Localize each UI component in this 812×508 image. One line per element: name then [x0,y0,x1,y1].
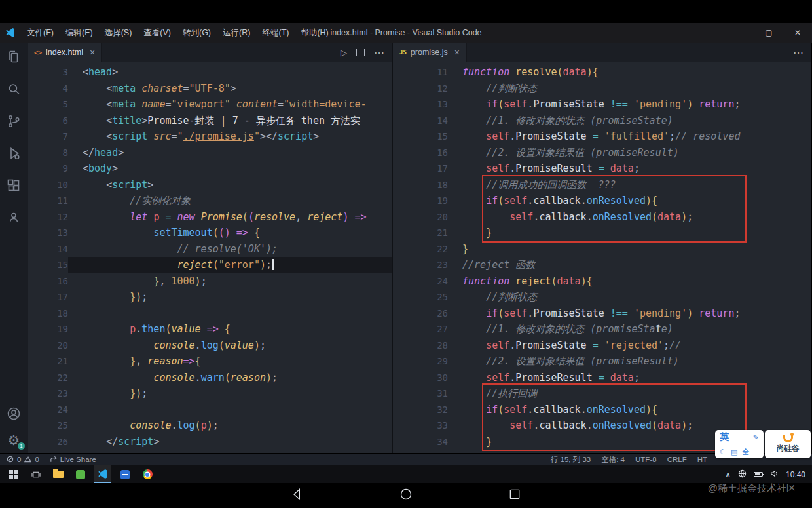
ime-toolbar[interactable]: 英 ✎ ☾ ▤ 全 [715,430,764,458]
code-line[interactable]: 12 //判断状态 [393,81,811,97]
menu-selection[interactable]: 选择(S) [99,23,138,43]
code-line[interactable]: 16 //2. 设置对象结果值 (promiseResult) [393,145,811,161]
ime-pen-icon[interactable]: ✎ [753,433,759,442]
code-line[interactable]: 27 //1. 修改对象的状态 (promiseState) [393,321,811,338]
code-line[interactable]: 19 p.then(value => { [28,321,392,338]
source-control-icon[interactable] [6,113,22,129]
indentation[interactable]: 空格: 4 [601,455,625,465]
code-line[interactable]: 10 <script> [28,177,392,193]
more-actions-button[interactable]: ⋯ [374,47,384,59]
task-view-button[interactable] [28,465,45,483]
taskbar-icon-app-green[interactable] [72,465,89,483]
settings-gear-icon[interactable]: ⚙ 1 [6,432,22,448]
ime-fullwidth-toggle[interactable]: 全 [742,447,749,457]
menu-help[interactable]: 帮助(H) [295,23,334,43]
taskbar-icon-vscode[interactable] [94,465,111,483]
start-button[interactable] [5,465,22,483]
tray-expand-chevron-icon[interactable]: ∧ [725,470,731,479]
ime-keyboard-icon[interactable]: ▤ [731,448,737,456]
tab-promise-js[interactable]: JS promise.js × [393,43,467,62]
code-line[interactable]: 14 // resolve('OK'); [28,241,392,258]
menu-view[interactable]: 查看(V) [138,23,177,43]
battery-icon[interactable] [754,472,763,477]
ime-language-mode[interactable]: 英 [720,431,729,443]
code-line[interactable]: 22} [393,241,811,258]
menu-go[interactable]: 转到(G) [177,23,217,43]
menu-terminal[interactable]: 终端(T) [256,23,295,43]
code-line[interactable]: 24function reject(data){ [393,273,811,290]
code-line[interactable]: 17 self.PromiseResult = data; [393,161,811,177]
menu-run[interactable]: 运行(R) [217,23,256,43]
split-editor-button[interactable] [356,49,365,56]
code-line[interactable]: 13 setTimeout(() => { [28,225,392,241]
volume-icon[interactable] [770,469,779,480]
code-line[interactable]: 17 }); [28,289,392,305]
code-line[interactable]: 15 self.PromiseState = 'fulfilled';// re… [393,128,811,145]
code-line[interactable]: 6 <title>Promise-封装 | 7 - 异步任务 then 方法实 [28,113,392,129]
home-button[interactable] [399,488,413,503]
code-line[interactable]: 32 if(self.callback.onResolved){ [393,402,811,418]
account-icon[interactable] [6,406,22,421]
code-line[interactable]: 18 //调用成功的回调函数 ??? [393,177,811,193]
code-line[interactable]: 12 let p = new Promise((resolve, reject)… [28,209,392,225]
code-line[interactable]: 30 self.PromiseResult = data; [393,370,811,386]
code-line[interactable]: 31 //执行回调 [393,385,811,402]
close-button[interactable]: ✕ [783,23,812,43]
network-icon[interactable] [738,469,747,480]
code-line[interactable]: 26 </script> [28,434,392,450]
code-line[interactable]: 29 //2. 设置对象结果值 (promiseResult) [393,353,811,370]
minimize-button[interactable]: ─ [726,23,754,43]
code-line[interactable]: 21 }, reason=>{ [28,353,392,370]
code-line[interactable]: 16 }, 1000); [28,273,392,290]
code-line[interactable]: 20 console.log(value); [28,338,392,354]
menu-file[interactable]: 文件(F) [21,23,60,43]
cursor-position[interactable]: 行 15, 列 33 [551,455,591,465]
code-line[interactable]: 19 if(self.callback.onResolved){ [393,193,811,209]
run-debug-icon[interactable] [6,146,22,161]
code-line[interactable]: 15 reject("error"); [28,257,392,273]
taskbar-icon-chrome[interactable] [139,465,156,483]
problems-indicator[interactable]: 0 0 [7,456,39,464]
eol-sequence[interactable]: CRLF [667,456,687,463]
code-editor-index-html[interactable]: 3<head>4 <meta charset="UTF-8">5 <meta n… [28,62,392,453]
extensions-icon[interactable] [6,178,22,193]
code-line[interactable]: 20 self.callback.onResolved(data); [393,209,811,225]
code-line[interactable]: 24 [28,402,392,418]
taskbar-icon-file-explorer[interactable] [50,465,67,483]
code-line[interactable]: 11function resolve(data){ [393,64,811,81]
live-share-icon[interactable] [6,210,22,225]
code-line[interactable]: 13 if(self.PromiseState !== 'pending') r… [393,96,811,113]
code-line[interactable]: 4 <meta charset="UTF-8"> [28,81,392,97]
code-line[interactable]: 8</head> [28,145,392,161]
code-line[interactable]: 25 //判断状态 [393,289,811,305]
code-line[interactable]: 25 console.log(p); [28,418,392,434]
code-line[interactable]: 9<body> [28,161,392,177]
code-line[interactable]: 23//reject 函数 [393,257,811,273]
code-line[interactable]: 5 <meta name="viewport" content="width=d… [28,96,392,113]
menu-edit[interactable]: 编辑(E) [60,23,99,43]
run-code-button[interactable]: ▷ [341,48,347,58]
live-share-status[interactable]: Live Share [50,456,96,464]
ime-moon-icon[interactable]: ☾ [720,448,726,456]
code-line[interactable]: 22 console.warn(reason); [28,370,392,386]
search-icon[interactable] [6,81,22,97]
explorer-icon[interactable] [6,49,22,65]
language-mode[interactable]: HT [697,456,707,463]
code-line[interactable]: 3<head> [28,64,392,81]
recents-button[interactable] [508,488,521,503]
tab-close-icon[interactable]: × [90,47,95,58]
back-button[interactable] [291,488,304,503]
code-line[interactable]: 7 <script src="./promise.js"></script> [28,128,392,145]
clock[interactable]: 10:40 [786,470,805,479]
taskbar-icon-app-blue[interactable] [117,465,134,483]
maximize-button[interactable]: ▢ [754,23,783,43]
code-line[interactable]: 14 //1. 修改对象的状态 (promiseState) [393,113,811,129]
tab-close-icon[interactable]: × [454,47,460,58]
code-editor-promise-js[interactable]: 11function resolve(data){12 //判断状态13 if(… [393,62,811,453]
encoding[interactable]: UTF-8 [635,456,657,463]
code-line[interactable]: 28 self.PromiseState = 'rejected';// [393,338,811,354]
tab-index-html[interactable]: <> index.html × [28,43,102,62]
code-line[interactable]: 18 [28,305,392,322]
code-line[interactable]: 21 } [393,225,811,241]
code-line[interactable]: 26 if(self.PromiseState !== 'pending') r… [393,305,811,322]
